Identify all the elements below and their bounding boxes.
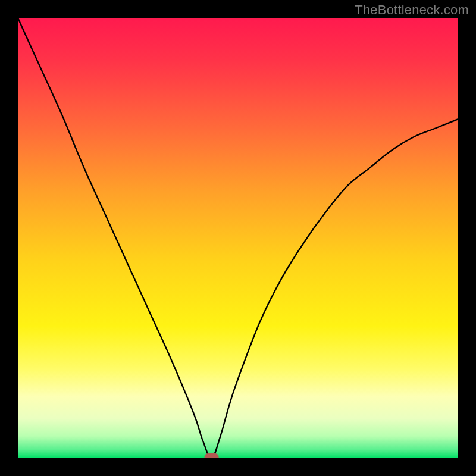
chart-frame [18, 18, 458, 458]
optimum-marker [205, 453, 219, 458]
watermark-text: TheBottleneck.com [355, 2, 469, 18]
bottleneck-chart [18, 18, 458, 458]
chart-background [18, 18, 458, 458]
